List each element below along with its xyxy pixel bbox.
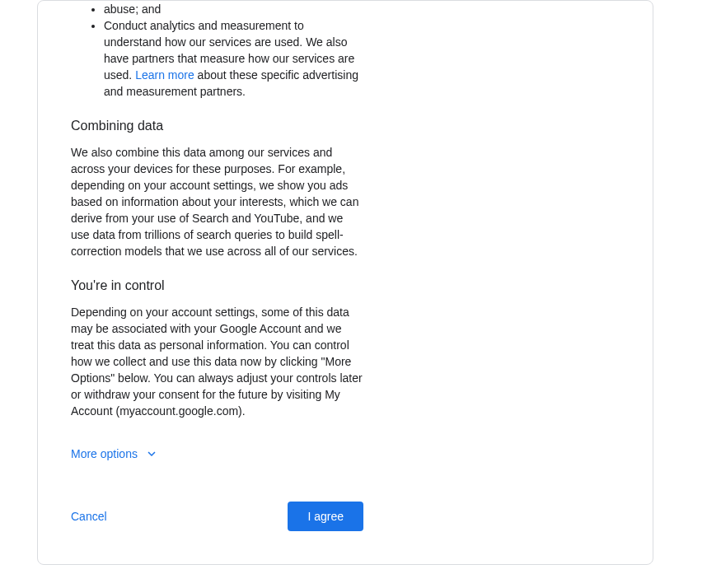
bullet-list: abuse; and Conduct analytics and measure… <box>104 1 363 100</box>
agree-button[interactable]: I agree <box>288 502 363 531</box>
heading-in-control: You're in control <box>71 276 363 296</box>
bullet-item-abuse-tail: abuse; and <box>104 1 363 17</box>
paragraph-combining-data: We also combine this data among our serv… <box>71 144 363 259</box>
more-options-label: More options <box>71 446 138 462</box>
paragraph-in-control: Depending on your account settings, some… <box>71 304 363 419</box>
content-column: abuse; and Conduct analytics and measure… <box>71 1 363 531</box>
more-options-toggle[interactable]: More options <box>71 446 159 462</box>
learn-more-link[interactable]: Learn more <box>135 68 194 82</box>
heading-combining-data: Combining data <box>71 116 363 136</box>
cancel-button[interactable]: Cancel <box>71 510 107 523</box>
bullet-item-analytics: Conduct analytics and measurement to und… <box>104 17 363 100</box>
chevron-down-icon <box>144 446 159 461</box>
consent-card: abuse; and Conduct analytics and measure… <box>37 0 653 565</box>
action-row: Cancel I agree <box>71 502 363 531</box>
